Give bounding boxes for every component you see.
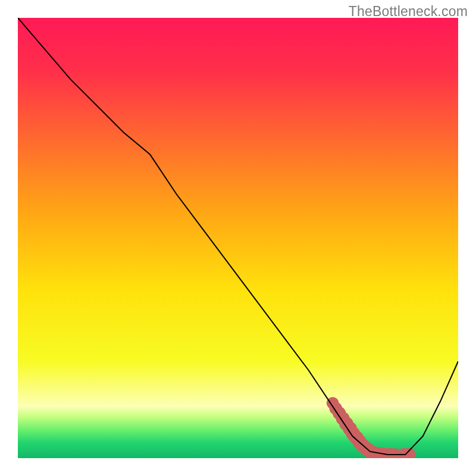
chart-container: TheBottleneck.com: [0, 0, 476, 476]
chart-svg: [18, 18, 458, 458]
plot-area: [18, 18, 458, 458]
gradient-background: [18, 18, 458, 458]
watermark-text: TheBottleneck.com: [349, 4, 468, 20]
